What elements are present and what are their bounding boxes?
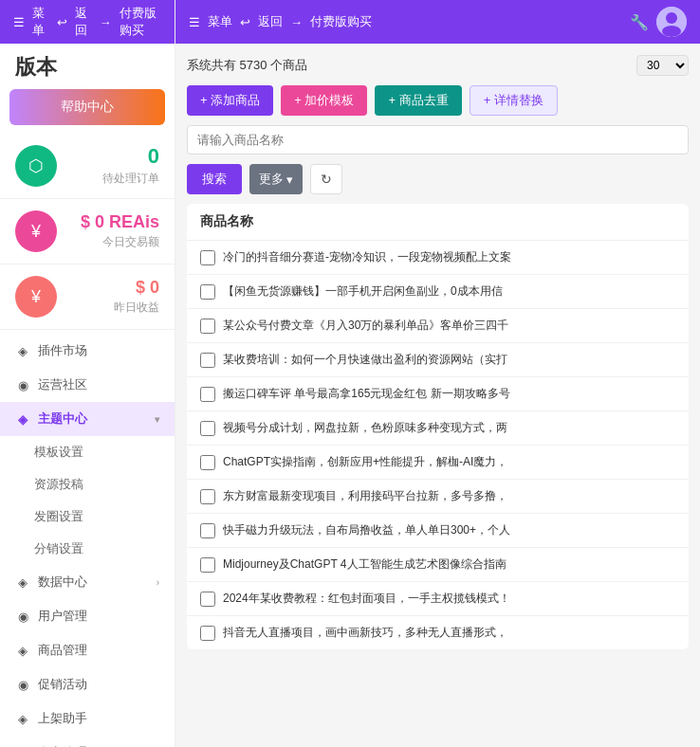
nav-section: ◈ 插件市场 ◉ 运营社区 ◈ 主题中心 ▾ 模板设置 资源投稿 发圈设置 分销…	[0, 330, 175, 747]
sidebar-item-label: 插件市场	[38, 342, 87, 359]
right-back-label[interactable]: 返回	[258, 13, 283, 30]
sidebar-item-plugin-market[interactable]: ◈ 插件市场	[0, 334, 175, 368]
batch-replace-button[interactable]: + 详情替换	[470, 85, 558, 116]
row-checkbox[interactable]	[200, 353, 215, 368]
sidebar-item-resource-submit[interactable]: 资源投稿	[0, 468, 175, 501]
table-row[interactable]: Midjourney及ChatGPT 4人工智能生成艺术图像综合指南	[187, 548, 689, 582]
table-row[interactable]: 某公众号付费文章《月入30万的暴利单品》客单价三四千	[187, 309, 689, 343]
sidebar-item-listing-assistant[interactable]: ◈ 上架助手	[0, 701, 175, 736]
product-table: 商品名称 冷门的抖音细分赛道-宠物冷知识，一段宠物视频配上文案【闲鱼无货源赚钱】…	[187, 204, 689, 649]
sidebar-item-label: 数据中心	[38, 574, 87, 591]
add-product-button[interactable]: + 添加商品	[187, 85, 273, 116]
row-text: 冷门的抖音细分赛道-宠物冷知识，一段宠物视频配上文案	[223, 249, 675, 265]
row-text: 2024年某收费教程：红包封面项目，一手主权揽钱模式！	[223, 591, 675, 607]
action-buttons: + 添加商品 + 加价模板 + 商品去重 + 详情替换	[187, 85, 689, 116]
right-menu-icon[interactable]: ☰	[189, 15, 200, 29]
sidebar-item-template-settings[interactable]: 模板设置	[0, 436, 175, 468]
sidebar-item-release-settings[interactable]: 发圈设置	[0, 501, 175, 533]
page-title: 版本	[0, 44, 175, 82]
left-back-icon[interactable]: ↩	[57, 15, 67, 29]
table-row[interactable]: 视频号分成计划，网盘拉新，色粉原味多种变现方式，两	[187, 411, 689, 446]
row-checkbox[interactable]	[200, 626, 215, 641]
left-buy-label[interactable]: 付费版购买	[120, 5, 161, 39]
sidebar-item-theme-center[interactable]: ◈ 主题中心 ▾	[0, 402, 175, 436]
table-row[interactable]: 搬运口碑车评 单号最高拿165元现金红包 新一期攻略多号	[187, 377, 689, 411]
row-checkbox[interactable]	[200, 455, 215, 470]
table-row[interactable]: 冷门的抖音细分赛道-宠物冷知识，一段宠物视频配上文案	[187, 241, 689, 275]
more-label: 更多	[259, 171, 284, 188]
help-center-button[interactable]: 帮助中心	[9, 89, 165, 125]
row-text: 某收费培训：如何一个月快速做出盈利的资源网站（实打	[223, 352, 675, 368]
more-button[interactable]: 更多 ▾	[249, 164, 303, 194]
sidebar-item-label: 运营社区	[38, 376, 87, 393]
table-header: 商品名称	[187, 204, 689, 241]
table-rows-container: 冷门的抖音细分赛道-宠物冷知识，一段宠物视频配上文案【闲鱼无货源赚钱】一部手机开…	[187, 241, 689, 649]
right-buy-icon[interactable]: →	[290, 15, 303, 29]
row-checkbox[interactable]	[200, 387, 215, 402]
row-checkbox[interactable]	[200, 523, 215, 538]
table-row[interactable]: ChatGPT实操指南，创新应用+性能提升，解枷-AI魔力，	[187, 446, 689, 480]
top-bar: 系统共有 5730 个商品 10 20 30 50 100	[187, 55, 689, 76]
search-button[interactable]: 搜索	[187, 164, 242, 194]
pending-orders-icon: ⬡	[15, 145, 57, 187]
right-buy-label[interactable]: 付费版购买	[310, 13, 372, 30]
data-center-icon: ◈	[15, 574, 30, 590]
sidebar-item-label: 主题中心	[38, 410, 87, 428]
sidebar-item-distribution-settings[interactable]: 分销设置	[0, 533, 175, 565]
row-checkbox[interactable]	[200, 592, 215, 607]
right-back-icon[interactable]: ↩	[240, 15, 250, 29]
avatar[interactable]	[656, 7, 687, 37]
row-text: 快手磁力升级玩法，自布局撸收益，单人单日300+，个人	[223, 522, 675, 538]
row-checkbox[interactable]	[200, 421, 215, 436]
row-text: 搬运口碑车评 单号最高拿165元现金红包 新一期攻略多号	[223, 386, 675, 402]
remove-product-button[interactable]: + 商品去重	[375, 85, 461, 116]
page-size-select[interactable]: 10 20 30 50 100	[636, 55, 689, 76]
table-row[interactable]: 【闲鱼无货源赚钱】一部手机开启闲鱼副业，0成本用信	[187, 275, 689, 309]
search-input[interactable]	[187, 125, 689, 155]
row-checkbox[interactable]	[200, 489, 215, 504]
left-buy-icon[interactable]: →	[100, 15, 112, 29]
refresh-button[interactable]: ↻	[310, 164, 342, 194]
sidebar-item-card-management[interactable]: ◈ 发卡管理	[0, 736, 175, 747]
yesterday-income-card: ¥ $ 0 昨日收益	[0, 264, 175, 330]
sidebar-item-data-center[interactable]: ◈ 数据中心 ›	[0, 565, 175, 599]
table-row[interactable]: 抖音无人直播项目，画中画新技巧，多种无人直播形式，	[187, 616, 689, 649]
right-menu-label[interactable]: 菜单	[208, 13, 232, 30]
table-row[interactable]: 东方财富最新变现项目，利用接码平台拉新，多号多撸，	[187, 480, 689, 514]
yesterday-income-icon: ¥	[15, 276, 57, 318]
table-row[interactable]: 某收费培训：如何一个月快速做出盈利的资源网站（实打	[187, 343, 689, 377]
pending-orders-card: ⬡ 0 待处理订单	[0, 133, 175, 199]
chevron-down-icon: ▾	[155, 414, 159, 425]
left-menu-label[interactable]: 菜单	[32, 5, 49, 39]
wrench-icon[interactable]: 🔧	[630, 13, 649, 31]
row-text: 东方财富最新变现项目，利用接码平台拉新，多号多撸，	[223, 488, 675, 504]
product-management-icon: ◈	[15, 643, 30, 658]
left-back-label[interactable]: 返回	[75, 5, 92, 39]
svg-point-2	[662, 26, 681, 37]
row-checkbox[interactable]	[200, 557, 215, 573]
sidebar-item-operations-community[interactable]: ◉ 运营社区	[0, 368, 175, 402]
sidebar-item-user-management[interactable]: ◉ 用户管理	[0, 599, 175, 633]
table-row[interactable]: 2024年某收费教程：红包封面项目，一手主权揽钱模式！	[187, 582, 689, 616]
price-template-button[interactable]: + 加价模板	[281, 85, 367, 116]
sidebar-item-label: 用户管理	[38, 608, 87, 625]
sidebar-item-product-management[interactable]: ◈ 商品管理	[0, 633, 175, 667]
row-checkbox[interactable]	[200, 319, 215, 334]
left-content: 版本 帮助中心 ⬡ 0 待处理订单 ¥ $ 0 REAis 今日交易额 ¥ $ …	[0, 44, 175, 747]
today-sales-info: $ 0 REAis 今日交易额	[68, 212, 159, 250]
row-text: 【闲鱼无货源赚钱】一部手机开启闲鱼副业，0成本用信	[223, 283, 675, 300]
listing-assistant-icon: ◈	[15, 711, 30, 726]
table-row[interactable]: 快手磁力升级玩法，自布局撸收益，单人单日300+，个人	[187, 514, 689, 548]
row-checkbox[interactable]	[200, 284, 215, 300]
sidebar-item-label: 促销活动	[38, 676, 87, 693]
yesterday-income-label: 昨日收益	[68, 300, 159, 316]
today-sales-icon: ¥	[15, 210, 57, 252]
plugin-market-icon: ◈	[15, 343, 30, 358]
theme-center-icon: ◈	[15, 411, 30, 427]
sidebar-item-promotions[interactable]: ◉ 促销活动	[0, 667, 175, 701]
pending-orders-label: 待处理订单	[68, 171, 159, 187]
page-size-selector: 10 20 30 50 100	[636, 55, 689, 76]
row-checkbox[interactable]	[200, 250, 215, 265]
today-sales-card: ¥ $ 0 REAis 今日交易额	[0, 199, 175, 264]
left-menu-icon[interactable]: ☰	[13, 15, 25, 29]
